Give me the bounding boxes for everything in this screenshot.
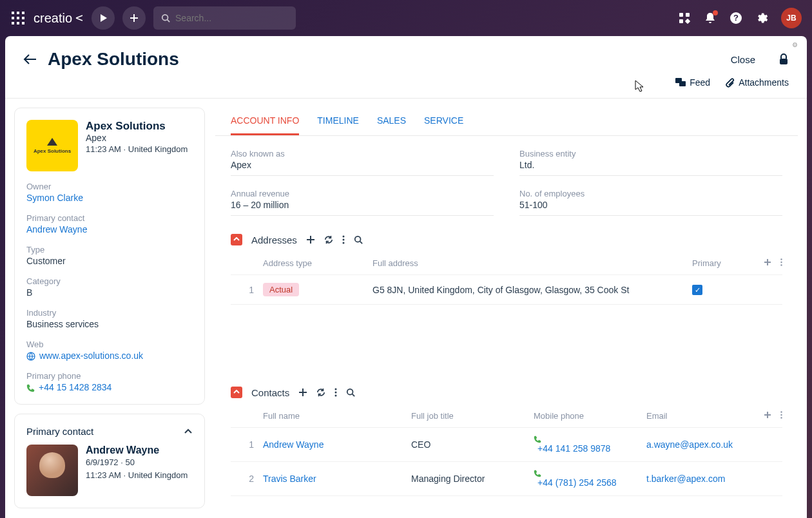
contact-title: CEO: [411, 439, 534, 450]
contact-name[interactable]: Travis Barker: [263, 474, 411, 484]
tab-service[interactable]: SERVICE: [424, 108, 463, 135]
notifications-icon[interactable]: [704, 12, 717, 24]
addresses-refresh-icon[interactable]: [324, 235, 333, 244]
contacts-search-icon[interactable]: [346, 388, 355, 397]
address-primary-checkbox[interactable]: ✓: [692, 285, 702, 295]
user-avatar[interactable]: JB: [781, 8, 802, 28]
settings-icon[interactable]: [755, 12, 768, 24]
contact-email[interactable]: a.wayne@apex.co.uk: [646, 439, 782, 450]
top-nav: creatio ? JB: [0, 0, 812, 36]
addr-add-column-icon[interactable]: [764, 258, 771, 266]
apps-icon[interactable]: [10, 10, 26, 26]
contact-col-title[interactable]: Full job title: [411, 411, 534, 421]
addr-col-type[interactable]: Address type: [263, 258, 372, 268]
feed-icon: [675, 78, 686, 87]
svg-rect-2: [22, 12, 24, 14]
category-label: Category: [26, 276, 193, 286]
contact-row[interactable]: 1 Andrew Wayne CEO +44 141 258 9878 a.wa…: [231, 428, 782, 462]
pc-name[interactable]: Andrew Wayne: [86, 445, 188, 456]
industry-value: Business services: [26, 319, 193, 329]
play-button[interactable]: [92, 6, 115, 30]
contact-avatar: [26, 445, 78, 496]
svg-point-33: [780, 417, 782, 418]
contact-phone[interactable]: +44 (781) 254 2568: [534, 470, 646, 488]
contact-phone[interactable]: +44 141 258 9878: [534, 436, 646, 454]
type-label: Type: [26, 245, 193, 254]
field-entity[interactable]: Business entity Ltd.: [519, 149, 782, 176]
attachments-button[interactable]: Attachments: [726, 77, 789, 88]
phone-label: Primary phone: [26, 371, 193, 381]
primary-contact-value[interactable]: Andrew Wayne: [26, 224, 193, 235]
primary-contact-card-title: Primary contact: [26, 426, 93, 437]
svg-text:?: ?: [733, 13, 739, 23]
add-button[interactable]: [122, 6, 146, 30]
account-short: Apex: [86, 133, 188, 143]
contact-col-name[interactable]: Full name: [263, 411, 411, 421]
field-employees[interactable]: No. of employees 51-100: [519, 189, 782, 216]
addresses-more-icon[interactable]: [342, 235, 345, 244]
svg-point-21: [342, 239, 344, 241]
tab-account-info[interactable]: ACCOUNT INFO: [231, 108, 299, 135]
contacts-more-icon[interactable]: [334, 388, 337, 397]
phone-value[interactable]: +44 15 1428 2834: [26, 382, 193, 392]
account-time-loc: 11:23 AM · United Kingdom: [86, 143, 188, 156]
page-settings-icon[interactable]: ⚙: [792, 41, 798, 48]
contact-add-column-icon[interactable]: [764, 411, 771, 419]
addresses-search-icon[interactable]: [354, 235, 363, 244]
field-revenue[interactable]: Annual revenue 16 – 20 million: [231, 189, 494, 216]
addr-col-addr[interactable]: Full address: [372, 258, 692, 268]
svg-point-26: [780, 264, 782, 265]
lock-icon[interactable]: [778, 53, 789, 65]
search-input[interactable]: [175, 13, 288, 23]
svg-point-31: [780, 411, 782, 412]
svg-rect-10: [679, 13, 683, 17]
addresses-collapse-icon[interactable]: [231, 234, 242, 245]
tab-timeline[interactable]: TIMELINE: [317, 108, 359, 135]
phone-icon: [26, 384, 35, 392]
collapse-icon[interactable]: [184, 428, 193, 435]
svg-point-9: [162, 15, 168, 21]
tab-sales[interactable]: SALES: [377, 108, 406, 135]
contacts-refresh-icon[interactable]: [316, 388, 325, 397]
search-box[interactable]: [153, 6, 296, 30]
svg-rect-11: [686, 13, 690, 17]
contact-email[interactable]: t.barker@apex.com: [646, 474, 782, 484]
svg-point-29: [335, 395, 337, 397]
addresses-title: Addresses: [251, 235, 297, 245]
contacts-title: Contacts: [251, 387, 289, 398]
svg-rect-13: [685, 19, 690, 24]
svg-point-24: [780, 258, 782, 260]
field-aka[interactable]: Also known as Apex: [231, 149, 494, 176]
contact-row[interactable]: 2 Travis Barker Managing Director +44 (7…: [231, 462, 782, 496]
svg-rect-12: [679, 19, 683, 23]
addr-head-more-icon[interactable]: [780, 258, 782, 266]
contact-name[interactable]: Andrew Wayne: [263, 439, 411, 450]
marketplace-icon[interactable]: [678, 12, 691, 24]
web-value[interactable]: www.apex-solutions.co.uk: [26, 350, 193, 361]
svg-point-20: [342, 236, 344, 238]
contact-col-phone[interactable]: Mobile phone: [534, 411, 646, 421]
brand-text: creatio: [34, 11, 72, 26]
contact-head-more-icon[interactable]: [780, 411, 782, 419]
help-icon[interactable]: ?: [730, 12, 742, 24]
brand-logo[interactable]: creatio: [34, 11, 84, 26]
contact-col-email[interactable]: Email: [646, 411, 782, 421]
pc-time-loc: 11:23 AM · United Kingdom: [86, 469, 188, 482]
contacts-add-icon[interactable]: [298, 388, 307, 397]
address-row[interactable]: 1 Actual G5 8JN, United Kingdom, City of…: [231, 275, 782, 305]
svg-point-32: [780, 414, 782, 416]
svg-point-25: [780, 262, 782, 263]
svg-rect-1: [17, 12, 19, 14]
svg-rect-3: [12, 17, 14, 19]
owner-value[interactable]: Symon Clarke: [26, 193, 193, 203]
page-title: Apex Solutions: [48, 49, 720, 70]
close-button[interactable]: Close: [731, 54, 755, 65]
address-type-tag: Actual: [263, 283, 299, 296]
feed-button[interactable]: Feed: [675, 77, 710, 88]
contacts-collapse-icon[interactable]: [231, 387, 242, 398]
industry-label: Industry: [26, 308, 193, 318]
phone-icon: [534, 470, 646, 477]
back-arrow-icon[interactable]: [23, 53, 37, 65]
addresses-add-icon[interactable]: [306, 235, 315, 244]
svg-rect-8: [22, 22, 24, 24]
